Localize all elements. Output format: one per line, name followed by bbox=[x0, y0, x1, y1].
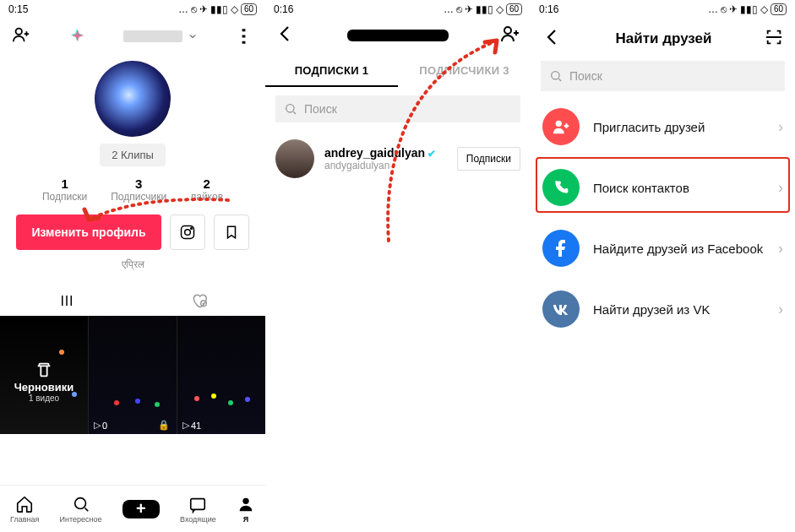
svg-point-9 bbox=[286, 105, 294, 112]
svg-point-8 bbox=[504, 27, 511, 34]
screen-profile: 0:15 …⎋✈▮▮▯◇ 60 ⋯ 2 Клипы 1Подписки 3Под… bbox=[0, 0, 265, 532]
user-handle: andygaidulyan bbox=[324, 160, 447, 171]
status-icons: …⎋✈▮▮▯◇ 60 bbox=[444, 3, 522, 15]
vk-icon bbox=[542, 290, 580, 328]
user-name: andrey_gaidulyan bbox=[324, 146, 425, 160]
status-bar: 0:16 …⎋✈▮▮▯◇ 60 bbox=[531, 0, 795, 19]
tab-liked[interactable] bbox=[133, 292, 265, 312]
action-row: Изменить профиль bbox=[0, 214, 265, 250]
tab-following[interactable]: ПОДПИСКИ 1 bbox=[265, 56, 398, 87]
stat-following[interactable]: 1Подписки bbox=[42, 176, 87, 203]
status-icons: …⎋✈▮▮▯◇ 60 bbox=[178, 3, 257, 15]
lock-icon: 🔒 bbox=[158, 420, 170, 431]
chevron-right-icon: › bbox=[778, 118, 783, 136]
clock: 0:16 bbox=[274, 3, 293, 15]
svg-point-2 bbox=[184, 230, 190, 236]
status-icons: …⎋✈▮▮▯◇ 60 bbox=[708, 3, 787, 15]
chevron-down-icon bbox=[188, 31, 198, 41]
drafts-cell[interactable]: Черновики 1 видео bbox=[0, 316, 88, 434]
nav-home[interactable]: Главная bbox=[10, 495, 39, 524]
drafts-title: Черновики bbox=[0, 381, 88, 394]
page-title: Найти друзей bbox=[616, 30, 712, 47]
drafts-icon bbox=[35, 361, 53, 379]
screen-following: 0:16 …⎋✈▮▮▯◇ 60 ПОДПИСКИ 1 ПОДПИСЧИКИ 3 … bbox=[265, 0, 531, 532]
nav-inbox[interactable]: Входящие bbox=[180, 495, 216, 524]
search-icon bbox=[549, 69, 563, 83]
username-dropdown[interactable] bbox=[123, 30, 198, 42]
find-friends-topbar: Найти друзей bbox=[531, 19, 795, 54]
clips-button[interactable]: 2 Клипы bbox=[100, 144, 166, 166]
svg-point-7 bbox=[242, 497, 248, 503]
edit-profile-button[interactable]: Изменить профиль bbox=[16, 214, 161, 250]
video-cell-2[interactable]: ▷41 bbox=[177, 316, 265, 434]
verified-icon: ✔ bbox=[427, 148, 436, 160]
instagram-button[interactable] bbox=[170, 214, 205, 250]
bottom-nav: Главная Интересное + Входящие Я bbox=[0, 485, 265, 532]
user-avatar bbox=[275, 139, 314, 178]
svg-rect-6 bbox=[191, 498, 205, 509]
bio-text: एप्रिल bbox=[0, 258, 265, 270]
chevron-right-icon: › bbox=[778, 240, 783, 258]
svg-point-11 bbox=[556, 121, 562, 127]
tab-followers[interactable]: ПОДПИСЧИКИ 3 bbox=[398, 56, 531, 87]
search-placeholder: Поиск bbox=[304, 102, 337, 116]
option-label: Найти друзей из VK bbox=[593, 302, 765, 317]
option-label: Пригласить друзей bbox=[593, 120, 765, 134]
invite-icon bbox=[542, 108, 580, 145]
video-cell-1[interactable]: ▷0 🔒 bbox=[88, 316, 177, 434]
more-icon[interactable]: ⋯ bbox=[233, 27, 255, 46]
option-facebook[interactable]: Найдите друзей из Facebook › bbox=[531, 218, 795, 279]
tab-grid[interactable] bbox=[0, 293, 133, 312]
option-vk[interactable]: Найти друзей из VK › bbox=[531, 279, 795, 339]
profile-topbar: ⋯ bbox=[0, 19, 265, 54]
search-placeholder: Поиск bbox=[569, 69, 602, 83]
content-tabs bbox=[0, 289, 265, 316]
svg-point-10 bbox=[552, 72, 559, 79]
svg-point-3 bbox=[190, 228, 192, 230]
clock: 0:16 bbox=[539, 3, 558, 15]
play-icon: ▷ bbox=[94, 420, 101, 431]
back-icon[interactable] bbox=[542, 27, 563, 51]
bookmark-button[interactable] bbox=[214, 214, 249, 250]
screen-find-friends: 0:16 …⎋✈▮▮▯◇ 60 Найти друзей Поиск Пригл… bbox=[531, 0, 795, 532]
video-grid: Черновики 1 видео ▷0 🔒 ▷41 bbox=[0, 316, 265, 434]
user-row[interactable]: andrey_gaidulyan✔ andygaidulyan Подписки bbox=[265, 131, 531, 187]
unfollow-button[interactable]: Подписки bbox=[457, 147, 520, 171]
status-bar: 0:16 …⎋✈▮▮▯◇ 60 bbox=[265, 0, 531, 19]
drafts-count: 1 видео bbox=[0, 394, 88, 403]
search-icon bbox=[284, 102, 297, 116]
following-topbar bbox=[265, 19, 531, 47]
nav-me[interactable]: Я bbox=[237, 495, 255, 524]
search-input[interactable]: Поиск bbox=[275, 95, 520, 122]
scan-icon[interactable] bbox=[765, 28, 783, 50]
profile-avatar[interactable] bbox=[95, 61, 171, 137]
follow-tabs: ПОДПИСКИ 1 ПОДПИСЧИКИ 3 bbox=[265, 56, 531, 87]
stat-followers[interactable]: 3Подписчики bbox=[111, 176, 166, 203]
play-count: 41 bbox=[191, 421, 201, 431]
user-info: andrey_gaidulyan✔ andygaidulyan bbox=[324, 146, 447, 171]
sparkle-icon[interactable] bbox=[68, 27, 86, 46]
back-icon[interactable] bbox=[275, 24, 296, 47]
blurred-username bbox=[123, 30, 182, 42]
svg-point-0 bbox=[16, 29, 22, 35]
add-friend-icon[interactable] bbox=[12, 25, 30, 47]
svg-point-5 bbox=[74, 497, 85, 508]
chevron-right-icon: › bbox=[778, 301, 783, 318]
option-invite[interactable]: Пригласить друзей › bbox=[531, 96, 795, 157]
play-count: 0 bbox=[102, 421, 107, 431]
clock: 0:15 bbox=[8, 3, 28, 15]
stats-row: 1Подписки 3Подписчики 2лайков bbox=[0, 176, 265, 203]
play-icon: ▷ bbox=[182, 420, 189, 431]
status-bar: 0:15 …⎋✈▮▮▯◇ 60 bbox=[0, 0, 265, 19]
annotation-highlight bbox=[536, 157, 790, 213]
add-friend-icon[interactable] bbox=[500, 24, 520, 47]
nav-create[interactable]: + bbox=[123, 500, 160, 518]
search-input[interactable]: Поиск bbox=[541, 61, 785, 91]
facebook-icon bbox=[542, 230, 580, 267]
stat-likes[interactable]: 2лайков bbox=[190, 176, 223, 203]
redacted-username bbox=[347, 30, 449, 41]
nav-discover[interactable]: Интересное bbox=[60, 495, 102, 524]
option-label: Найдите друзей из Facebook bbox=[593, 242, 765, 256]
